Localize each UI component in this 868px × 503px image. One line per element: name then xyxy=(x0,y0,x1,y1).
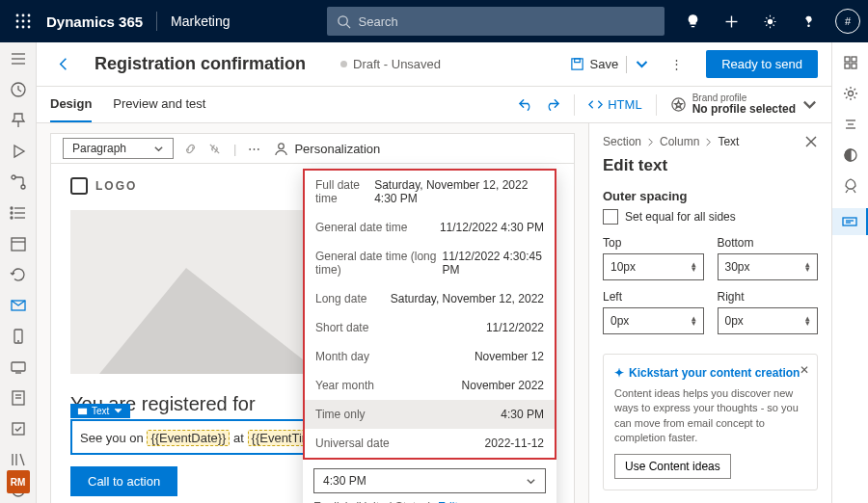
tab-design[interactable]: Design xyxy=(50,87,92,122)
svg-point-25 xyxy=(11,212,13,214)
svg-rect-43 xyxy=(574,59,580,63)
svg-rect-49 xyxy=(845,57,850,62)
brand-profile-selector[interactable]: Brand profile No profile selected xyxy=(670,93,818,116)
email-icon[interactable] xyxy=(10,297,27,314)
calendar-icon[interactable] xyxy=(10,235,27,252)
menu-icon[interactable] xyxy=(10,50,27,67)
spacing-bottom-input[interactable]: 30px▴▾ xyxy=(718,253,819,280)
svg-rect-50 xyxy=(852,57,856,62)
gear-icon[interactable] xyxy=(842,85,859,102)
link-icon[interactable] xyxy=(183,142,198,156)
cta-button[interactable]: Call to action xyxy=(70,466,177,496)
elements-icon[interactable] xyxy=(842,54,859,71)
undo-icon[interactable] xyxy=(518,96,534,113)
ready-to-send-button[interactable]: Ready to send xyxy=(706,50,818,78)
chevron-down-icon[interactable] xyxy=(635,57,649,71)
add-icon[interactable] xyxy=(714,4,748,39)
date-format-option[interactable]: Full date timeSaturday, November 12, 202… xyxy=(305,171,555,213)
svg-point-7 xyxy=(22,26,25,29)
brand: Dynamics 365 xyxy=(46,13,143,30)
block-tag[interactable]: Text xyxy=(70,404,130,418)
personalization-button[interactable]: Personalization xyxy=(274,142,380,156)
lightbulb-icon[interactable] xyxy=(675,4,710,39)
page-title: Registration confirmation xyxy=(95,54,306,74)
right-nav xyxy=(831,42,868,503)
push-icon[interactable] xyxy=(10,358,27,376)
property-panel: Section Column Text Edit text Outer spac… xyxy=(588,123,831,503)
refresh-icon[interactable] xyxy=(10,266,27,283)
left-nav: RM xyxy=(0,42,37,503)
form-icon[interactable] xyxy=(10,389,27,407)
date-format-option[interactable]: Time only4:30 PM xyxy=(305,400,555,429)
svg-point-2 xyxy=(28,14,31,17)
logo-text: LOGO xyxy=(95,179,137,193)
logo-icon xyxy=(70,177,88,195)
svg-point-3 xyxy=(16,20,19,23)
theme-icon[interactable] xyxy=(842,146,859,164)
user-avatar[interactable]: # xyxy=(835,9,860,34)
journey-icon[interactable] xyxy=(10,173,27,191)
more-commands[interactable]: ⋮ xyxy=(663,53,691,75)
close-panel[interactable] xyxy=(804,135,818,151)
settings-icon[interactable] xyxy=(752,4,787,39)
date-format-option[interactable]: General date time11/12/2022 4:30 PM xyxy=(305,213,555,242)
paragraph-selector[interactable]: Paragraph xyxy=(63,138,174,159)
unlink-icon[interactable] xyxy=(207,142,222,156)
html-button[interactable]: HTML xyxy=(588,97,641,112)
save-button[interactable]: Save xyxy=(566,52,654,77)
breadcrumb: Section Column Text xyxy=(603,135,818,148)
back-button[interactable] xyxy=(50,51,77,78)
tabs: Design Preview and test HTML Brand profi… xyxy=(37,87,831,123)
email-body-line: See you on {{EventDate}} at {{EventTime}… xyxy=(80,430,335,446)
status-badge: Draft - Unsaved xyxy=(340,57,441,71)
active-right-tab[interactable] xyxy=(832,208,868,235)
svg-rect-52 xyxy=(852,64,856,68)
svg-point-9 xyxy=(338,15,346,24)
spacing-top-input[interactable]: 10px▴▾ xyxy=(603,253,704,280)
play-icon[interactable] xyxy=(10,143,27,160)
spacing-left-input[interactable]: 0px▴▾ xyxy=(603,307,704,334)
chevron-down-icon xyxy=(801,96,818,113)
date-format-option[interactable]: Short date11/12/2022 xyxy=(305,313,555,342)
outer-spacing-label: Outer spacing xyxy=(603,189,818,203)
svg-point-0 xyxy=(16,14,19,17)
date-format-input[interactable]: 4:30 PM xyxy=(313,468,546,493)
token-event-date[interactable]: {{EventDate}} xyxy=(147,430,230,446)
pin-icon[interactable] xyxy=(10,112,27,129)
date-format-option[interactable]: Month dayNovember 12 xyxy=(305,342,555,371)
use-content-ideas-button[interactable]: Use Content ideas xyxy=(614,454,731,479)
sms-icon[interactable] xyxy=(10,328,27,345)
tab-preview[interactable]: Preview and test xyxy=(113,87,205,122)
recent-icon[interactable] xyxy=(10,81,27,98)
spacing-right-input[interactable]: 0px▴▾ xyxy=(718,307,819,334)
search-icon xyxy=(337,14,351,29)
svg-point-20 xyxy=(21,185,25,189)
more-nav-icon[interactable] xyxy=(10,420,27,437)
svg-point-45 xyxy=(279,143,285,148)
area-switcher[interactable]: RM xyxy=(7,470,30,493)
callout-close[interactable]: ✕ xyxy=(800,362,809,379)
date-format-option[interactable]: Year monthNovember 2022 xyxy=(305,371,555,400)
toolbar-more[interactable]: ⋯ xyxy=(248,142,260,156)
date-format-option[interactable]: General date time (long time)11/12/2022 … xyxy=(305,242,555,284)
command-bar: Registration confirmation Draft - Unsave… xyxy=(37,42,831,87)
callout-body: Content ideas helps you discover new way… xyxy=(614,386,806,446)
rocket-icon[interactable] xyxy=(842,177,859,195)
help-icon[interactable] xyxy=(791,4,826,39)
alignment-icon[interactable] xyxy=(842,116,859,133)
app-launcher[interactable] xyxy=(8,6,39,37)
set-equal-checkbox[interactable]: Set equal for all sides xyxy=(603,209,818,225)
date-format-option[interactable]: Universal date2022-11-12 xyxy=(305,429,555,458)
divider xyxy=(156,12,157,31)
svg-line-10 xyxy=(346,24,350,28)
library-icon[interactable] xyxy=(10,451,27,468)
canvas-toolbar: Paragraph | ⋯ Personalization xyxy=(50,133,575,164)
search-box[interactable]: Search xyxy=(327,7,665,36)
date-format-option[interactable]: Long dateSaturday, November 12, 2022 xyxy=(305,284,555,313)
list-icon[interactable] xyxy=(10,204,27,222)
global-header: Dynamics 365 Marketing Search # xyxy=(0,0,868,42)
svg-point-53 xyxy=(848,92,853,96)
svg-point-14 xyxy=(807,25,808,26)
svg-rect-51 xyxy=(845,64,850,68)
redo-icon[interactable] xyxy=(544,96,560,113)
